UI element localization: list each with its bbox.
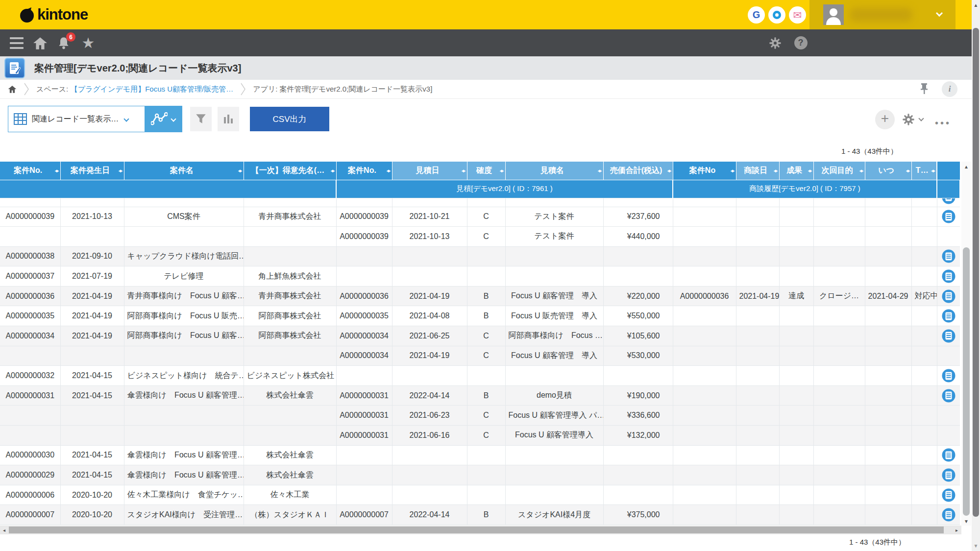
breadcrumb-space-link[interactable]: 【プラグインデモ用】Focus U顧客管理/販売管… — [71, 85, 233, 94]
column-header[interactable]: 見積名◂▸ — [505, 162, 603, 180]
help-button[interactable]: ? — [790, 29, 811, 56]
table-cell: 2021-04-15 — [60, 366, 124, 386]
table-cell: テスト案件 — [505, 227, 603, 247]
table-cell: A0000000036 — [673, 286, 736, 306]
column-header[interactable]: いつ◂▸ — [865, 162, 911, 180]
table-cell — [0, 426, 60, 446]
table-cell — [865, 406, 911, 426]
kintone-logo[interactable]: kintone — [19, 4, 88, 25]
table-row: A00000000312021-06-16CFocus U 顧客管理導入¥132… — [0, 426, 960, 446]
column-header[interactable]: 成果◂▸ — [779, 162, 813, 180]
column-header[interactable]: 次回目的◂▸ — [813, 162, 865, 180]
view-settings-button[interactable] — [902, 113, 923, 126]
google-quick-icon[interactable]: G — [748, 6, 765, 24]
table-cell — [865, 445, 911, 465]
record-detail-icon[interactable] — [942, 210, 955, 223]
graph-view-button[interactable] — [145, 106, 182, 132]
app-icon[interactable] — [4, 58, 25, 78]
page-scroll-down-arrow[interactable]: ▼ — [972, 542, 980, 550]
column-header[interactable]: 案件発生日◂▸ — [60, 162, 124, 180]
record-detail-icon[interactable] — [942, 250, 955, 263]
scroll-right-arrow[interactable]: ▸ — [953, 526, 961, 534]
table-cell — [124, 346, 244, 366]
column-header[interactable]: T…◂▸ — [911, 162, 937, 180]
horizontal-scrollbar-thumb[interactable] — [9, 527, 944, 533]
table-cell — [336, 266, 392, 287]
chart-button[interactable] — [218, 107, 239, 131]
info-button[interactable]: i — [942, 81, 957, 97]
more-options-button[interactable]: ••• — [935, 118, 951, 129]
record-detail-icon[interactable] — [942, 289, 955, 303]
table-cell — [673, 326, 736, 346]
table-cell — [0, 198, 60, 207]
table-scroll-down-arrow[interactable]: ▼ — [961, 517, 971, 526]
record-detail-icon[interactable] — [942, 469, 955, 482]
table-cell — [865, 485, 911, 505]
table-cell: 2021-04-15 — [60, 445, 124, 465]
screen: kintone G ✉ 6 ★ ? — [0, 0, 980, 551]
table-cell — [603, 485, 673, 505]
table-cell — [124, 198, 244, 207]
table-scroll-up-arrow[interactable]: ▲ — [961, 163, 971, 171]
notifications-button[interactable]: 6 — [53, 29, 74, 56]
hamburger-icon — [10, 37, 24, 49]
table-cell — [673, 227, 736, 247]
column-header[interactable]: 【一次】得意先名(…◂▸ — [244, 162, 336, 180]
table-cell: 達成 — [779, 286, 813, 306]
table-cell — [467, 465, 505, 485]
pin-button[interactable] — [919, 82, 929, 97]
column-header[interactable]: 商談日◂▸ — [736, 162, 779, 180]
view-selector[interactable]: 関連レコード一覧表示… — [8, 106, 145, 132]
table-cell — [813, 246, 865, 266]
column-header[interactable]: 確度◂▸ — [467, 162, 505, 180]
table-cell: 傘雲様向け Focus U 顧客管理… — [124, 465, 244, 485]
sort-icon: ◂▸ — [330, 168, 334, 174]
breadcrumb-home-icon[interactable] — [8, 85, 17, 94]
record-detail-icon[interactable] — [942, 329, 955, 342]
column-header[interactable]: 案件No◂▸ — [673, 162, 736, 180]
table-cell — [505, 366, 603, 386]
page-scrollbar[interactable]: ▲ ▼ — [972, 0, 980, 551]
sort-icon: ◂▸ — [906, 168, 909, 174]
table-cell — [392, 485, 467, 505]
table-cell — [813, 505, 865, 525]
column-header[interactable]: 売価合計(税込)◂▸ — [603, 162, 673, 180]
table-row: A00000000392021-10-13CMS案件青井商事株式会社A00000… — [0, 207, 960, 227]
table-scrollbar[interactable]: ▲ ▼ — [961, 162, 971, 526]
sort-icon: ◂▸ — [499, 168, 503, 174]
settings-button[interactable] — [764, 29, 786, 56]
table-cell: A0000000037 — [0, 266, 60, 287]
column-header[interactable]: 見積日◂▸ — [392, 162, 467, 180]
hamburger-menu-button[interactable] — [6, 29, 27, 56]
column-header[interactable]: 案件No.◂▸ — [0, 162, 60, 180]
table-scrollbar-thumb[interactable] — [963, 247, 970, 516]
record-detail-icon[interactable] — [942, 389, 955, 402]
table-cell — [244, 198, 336, 207]
record-detail-icon[interactable] — [942, 310, 955, 323]
user-menu[interactable] — [809, 0, 956, 29]
table-cell: A0000000032 — [0, 366, 60, 386]
filter-button[interactable] — [190, 107, 212, 131]
record-detail-icon[interactable] — [942, 270, 955, 283]
csv-export-button[interactable]: CSV出力 — [250, 107, 329, 131]
page-scrollbar-thumb[interactable] — [973, 28, 979, 517]
table-cell — [736, 266, 779, 287]
column-header[interactable]: 案件No.◂▸ — [336, 162, 392, 180]
add-record-button[interactable]: + — [875, 110, 895, 129]
record-detail-icon[interactable] — [942, 198, 955, 204]
table-cell: ¥336,600 — [603, 406, 673, 426]
table-cell — [865, 266, 911, 287]
record-detail-icon[interactable] — [942, 488, 955, 502]
record-detail-icon[interactable] — [942, 449, 955, 462]
cybozu-quick-icon[interactable] — [768, 6, 785, 24]
record-detail-icon[interactable] — [942, 508, 955, 522]
favorites-button[interactable]: ★ — [77, 29, 99, 56]
column-header[interactable]: 案件名◂▸ — [124, 162, 244, 180]
home-button[interactable] — [29, 29, 51, 56]
table-cell — [813, 426, 865, 446]
page-scroll-up-arrow[interactable]: ▲ — [972, 1, 980, 9]
horizontal-scrollbar[interactable]: ◂ ▸ — [0, 526, 961, 534]
scroll-left-arrow[interactable]: ◂ — [0, 526, 8, 534]
record-detail-icon[interactable] — [942, 369, 955, 383]
mail-quick-icon[interactable]: ✉ — [789, 6, 806, 24]
